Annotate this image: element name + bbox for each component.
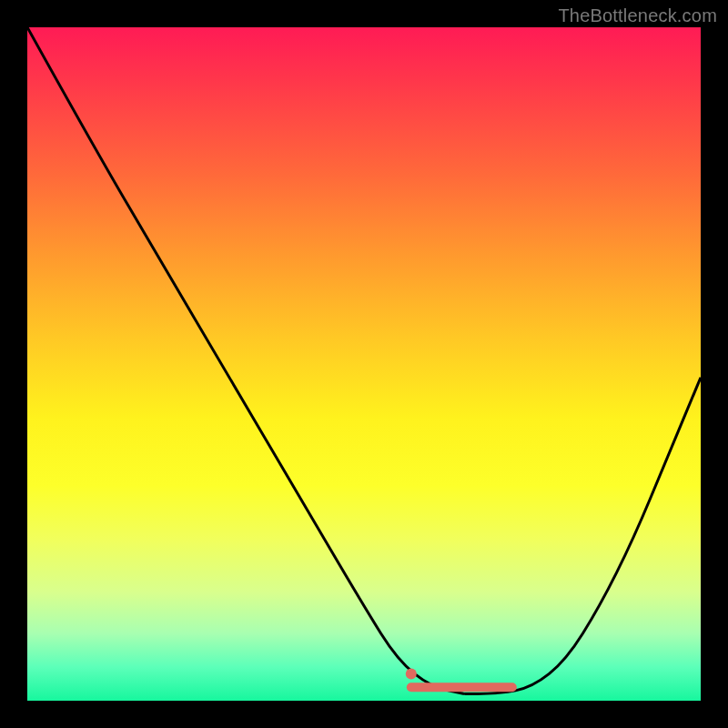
bottleneck-curve-left: [27, 27, 465, 694]
watermark-text: TheBottleneck.com: [558, 5, 717, 26]
bottleneck-curve-right: [465, 378, 701, 694]
curves-svg: [27, 27, 701, 701]
chart-frame: TheBottleneck.com: [0, 0, 728, 728]
plot-area: [27, 27, 701, 701]
highlight-dot: [406, 668, 417, 679]
